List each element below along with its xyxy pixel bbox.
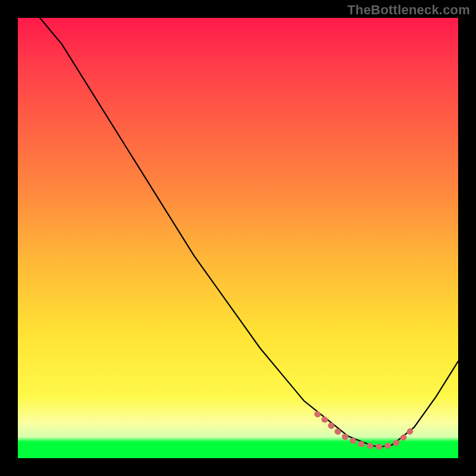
plot-area (18, 18, 458, 458)
main-curve (40, 18, 458, 447)
curve-svg (18, 18, 458, 458)
bottleneck-marker (317, 414, 414, 447)
chart-container: TheBottleneck.com (0, 0, 476, 476)
watermark-text: TheBottleneck.com (347, 2, 470, 18)
